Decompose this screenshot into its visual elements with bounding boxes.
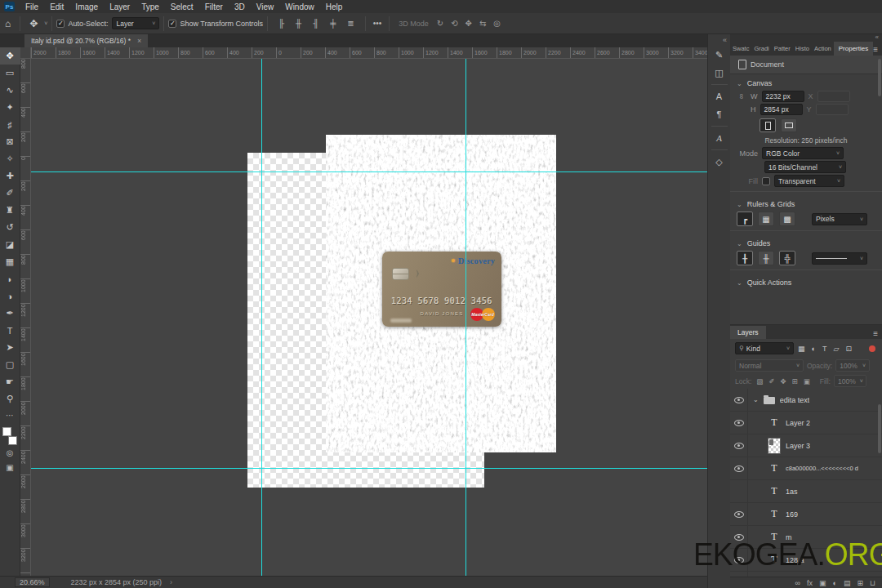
show-transform-checkbox[interactable]: ✓ (168, 20, 176, 28)
vertical-guide[interactable] (261, 59, 262, 576)
menu-item[interactable]: View (251, 2, 280, 12)
panel-tab[interactable]: Gradi (751, 42, 771, 56)
character-panel-icon[interactable]: A (708, 87, 731, 105)
menu-item[interactable]: Edit (44, 2, 69, 12)
pan-3d-icon[interactable]: ✥ (466, 19, 472, 28)
layer-visibility-toggle[interactable] (730, 434, 748, 457)
filter-smart-objects-icon[interactable]: ⊡ (844, 345, 853, 353)
quick-selection-tool[interactable]: ✦ (0, 99, 20, 116)
width-input[interactable]: 2232 px (762, 91, 804, 102)
vertical-guide[interactable] (466, 59, 466, 576)
layer-name[interactable]: c8a000000...<<<<<<<<0 d (786, 465, 858, 472)
hand-tool[interactable]: ☛ (0, 373, 20, 390)
layer-row[interactable]: T c8a000000...<<<<<<<<0 d (730, 457, 882, 480)
layer-mask-icon[interactable]: ▣ (819, 579, 826, 587)
vertical-ruler[interactable]: 8006004002000200400600800100012001400160… (20, 59, 31, 576)
layer-visibility-toggle[interactable] (730, 412, 748, 434)
layer-visibility-toggle[interactable] (730, 389, 748, 411)
adjustment-layer-icon[interactable]: ◐ (832, 579, 836, 587)
filter-shape-layers-icon[interactable]: ▱ (831, 345, 840, 353)
libraries-3d-panel-icon[interactable]: ◇ (708, 153, 731, 171)
lock-pixels-icon[interactable]: ✐ (767, 377, 776, 385)
layer-row[interactable]: Layer 3 (730, 434, 882, 457)
brush-tool[interactable]: ✐ (0, 185, 20, 202)
pen-tool[interactable]: ✒ (0, 305, 20, 322)
layers-menu-icon[interactable]: ≡ (873, 329, 882, 339)
layer-name[interactable]: Layer 2 (786, 419, 810, 427)
path-selection-tool[interactable]: ➤ (0, 339, 20, 356)
align-right-icon[interactable]: ╢ (310, 19, 322, 28)
layer-row[interactable]: T Layer 2 (730, 412, 882, 434)
auto-select-target-select[interactable]: Layer ˅ (112, 17, 159, 29)
more-options-button[interactable]: ••• (370, 19, 385, 28)
fill-select[interactable]: Transparent ˅ (774, 175, 844, 187)
collapse-panels-icon[interactable]: « (875, 34, 879, 41)
layer-row[interactable]: ⌄ edita text (730, 389, 882, 412)
layer-name[interactable]: Layer 3 (786, 442, 810, 450)
gradient-tool[interactable]: ▦ (0, 253, 20, 270)
filter-type-layers-icon[interactable]: T (821, 345, 829, 353)
lock-all-icon[interactable]: ▣ (802, 377, 812, 385)
distribute-v-icon[interactable]: ≣ (344, 19, 357, 28)
lock-transparent-icon[interactable]: ▨ (755, 377, 764, 385)
move-tool-preset-icon[interactable]: ✥ (24, 18, 42, 29)
close-icon[interactable]: × (137, 37, 141, 45)
home-icon[interactable]: ⌂ (0, 18, 16, 29)
tab-layers[interactable]: Layers (730, 326, 766, 339)
brush-settings-icon[interactable]: ✎ (708, 46, 731, 64)
height-input[interactable]: 2854 px (760, 104, 803, 115)
toggle-guides-button[interactable]: ╂ (737, 251, 753, 265)
frame-tool[interactable]: ⊠ (0, 133, 20, 150)
align-center-h-icon[interactable]: ╫ (292, 19, 305, 28)
menu-item[interactable]: Window (279, 2, 320, 12)
section-rulers-grids[interactable]: ⌄ Rulers & Grids (730, 195, 882, 211)
lasso-tool[interactable]: ∿ (0, 82, 20, 99)
status-arrow-icon[interactable]: › (170, 578, 172, 586)
distribute-h-icon[interactable]: ╪ (327, 19, 339, 28)
horizontal-guide[interactable] (31, 172, 707, 172)
clone-source-icon[interactable]: ◫ (708, 64, 731, 82)
properties-scrollbar[interactable] (878, 59, 881, 96)
new-group-icon[interactable]: ▤ (844, 579, 851, 587)
marquee-tool[interactable]: ▭ (0, 65, 20, 82)
chevron-down-icon[interactable]: ⌄ (753, 396, 759, 403)
glyphs-panel-icon[interactable]: A (708, 129, 731, 147)
roll-3d-icon[interactable]: ⟲ (451, 19, 457, 28)
history-brush-tool[interactable]: ↺ (0, 219, 20, 236)
healing-brush-tool[interactable]: ✚ (0, 167, 20, 185)
panel-tab[interactable]: Histo (793, 42, 812, 56)
menu-item[interactable]: 3D (229, 2, 251, 12)
paragraph-panel-icon[interactable]: ¶ (708, 105, 731, 123)
align-left-icon[interactable]: ╟ (275, 19, 287, 28)
lock-artboard-icon[interactable]: ⊞ (791, 377, 800, 385)
smart-guides-button[interactable]: ╫ (758, 251, 774, 265)
lock-position-icon[interactable]: ✥ (778, 377, 787, 385)
panel-tab[interactable]: Action (812, 42, 834, 56)
layers-scrollbar[interactable] (878, 404, 881, 453)
eraser-tool[interactable]: ◪ (0, 236, 20, 253)
new-layer-icon[interactable]: ⊞ (857, 579, 863, 587)
horizontal-guide[interactable] (31, 468, 707, 469)
ruler-units-select[interactable]: Pixels ˅ (812, 213, 867, 225)
menu-item[interactable]: Layer (104, 2, 136, 12)
menu-item[interactable]: Image (69, 2, 104, 12)
quick-mask-button[interactable]: ◎ (0, 445, 20, 460)
layer-visibility-toggle[interactable] (730, 457, 748, 479)
filter-adjustment-layers-icon[interactable]: ◐ (810, 345, 817, 353)
tab-properties[interactable]: Properties (834, 42, 873, 56)
zoom-tool[interactable]: ⚲ (0, 390, 20, 408)
clear-guides-button[interactable]: ╬ (779, 251, 795, 265)
layer-filter-kind-select[interactable]: ⚲ Kind ˅ (735, 342, 794, 354)
menu-item[interactable]: Select (165, 2, 199, 12)
move-tool[interactable]: ✥ (0, 47, 20, 65)
section-quick-actions[interactable]: ⌄ Quick Actions (730, 274, 882, 289)
auto-select-checkbox[interactable]: ✓ (56, 20, 65, 28)
panel-menu-icon[interactable]: ≡ (873, 45, 882, 56)
link-dimensions-icon[interactable]: ∞ (737, 91, 746, 101)
layer-row[interactable]: T 169 (730, 503, 882, 526)
toggle-grid-button[interactable]: ▦ (758, 212, 774, 226)
fill-checkbox[interactable] (762, 177, 770, 185)
toggle-rulers-button[interactable]: ┏ (737, 212, 753, 226)
menu-item[interactable]: Filter (199, 2, 229, 12)
menu-item[interactable]: Help (320, 2, 349, 12)
